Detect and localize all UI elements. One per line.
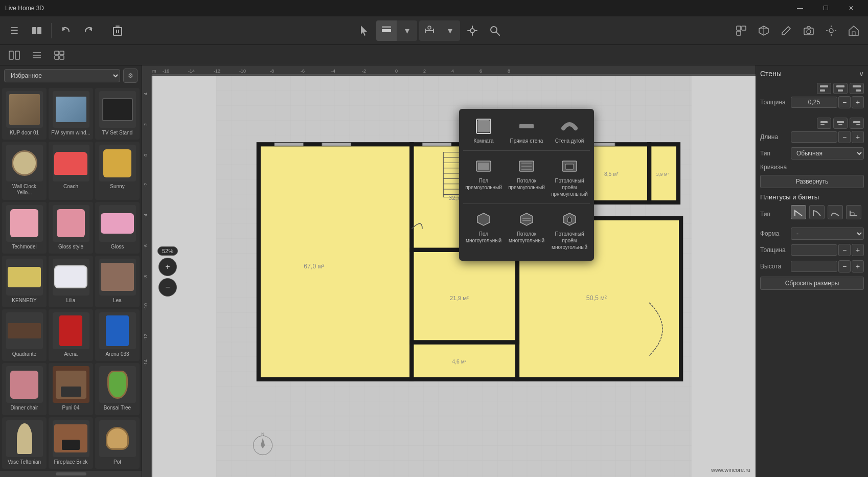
popup-rect-ceiling[interactable]: Потолокпрямоугольный (506, 153, 547, 201)
pointer-tool[interactable] (354, 20, 374, 41)
poly-floor-icon (474, 210, 493, 229)
list-item[interactable]: FW symm wind... (49, 88, 93, 140)
wall-tool[interactable] (376, 20, 397, 41)
length-increase-button[interactable]: + (852, 131, 864, 143)
svg-text:-14: -14 (188, 69, 195, 74)
settings-button[interactable]: ⚙ (123, 69, 138, 83)
list-item[interactable]: Puni 04 (49, 363, 93, 415)
list-item[interactable]: TV Set Stand (95, 88, 140, 140)
canvas-area[interactable]: m -16 -14 -12 -10 -8 -6 -4 -2 0 2 4 6 8 … (142, 65, 756, 477)
list-item[interactable]: Arena (49, 309, 93, 361)
list-item[interactable]: Dinner chair (2, 363, 47, 415)
list-item[interactable]: Fireplace Brick (49, 417, 93, 469)
minimize-button[interactable]: — (788, 0, 812, 16)
svg-text:-8: -8 (143, 275, 148, 279)
list-item[interactable]: Pot (95, 417, 140, 469)
close-button[interactable]: ✕ (839, 0, 863, 16)
baseboard-height-decrease-button[interactable]: − (838, 260, 851, 272)
zoom-in-button[interactable]: + (158, 258, 177, 276)
baseboard-type-2[interactable] (809, 205, 825, 219)
svg-point-17 (491, 27, 497, 33)
popup-rect-floor[interactable]: Полпрямоугольный (463, 153, 504, 201)
baseboard-type-1[interactable] (791, 205, 806, 219)
zoom-out-button[interactable]: − (158, 278, 177, 297)
list-item[interactable]: Coach (49, 142, 93, 199)
maximize-button[interactable]: ☐ (814, 0, 837, 16)
list-item[interactable]: Gloss style (49, 202, 93, 254)
undo-button[interactable] (56, 20, 76, 41)
svg-rect-127 (820, 124, 825, 125)
baseboard-thickness-increase-button[interactable]: + (852, 244, 864, 256)
align-right-button[interactable] (850, 83, 864, 94)
align2-center-button[interactable] (833, 118, 848, 129)
view-list[interactable] (49, 45, 70, 65)
list-item[interactable]: Wall Clock Yello... (2, 142, 47, 199)
search-button[interactable] (485, 20, 505, 41)
list-item[interactable]: KENNEDY (2, 256, 47, 307)
popup-room[interactable]: Комната (463, 113, 504, 148)
sun-tool[interactable] (821, 20, 841, 41)
align-left-button[interactable] (817, 83, 831, 94)
list-item[interactable]: Techmodel (2, 202, 47, 254)
svg-rect-4 (113, 28, 122, 35)
list-item[interactable]: Arena 033 (95, 309, 140, 361)
thickness-input[interactable] (791, 97, 837, 108)
right-panel-chevron[interactable]: ∨ (859, 70, 864, 78)
popup-straight-wall[interactable]: Прямая стена (506, 113, 547, 148)
svg-rect-129 (838, 124, 842, 125)
menu-button[interactable]: ☰ (4, 20, 25, 41)
svg-rect-41 (55, 56, 59, 59)
pan-tool[interactable] (462, 20, 483, 41)
list-item[interactable]: Gloss (95, 202, 140, 254)
library-button[interactable] (27, 20, 47, 41)
floor-plan-container[interactable]: 67,0 м² 32,7 м² 8,2 м² 8,5 м² 3,9 м² 50,… (152, 76, 756, 477)
wall-tool-dropdown[interactable]: ▾ (397, 20, 417, 41)
view-edit[interactable] (27, 45, 47, 65)
list-item[interactable]: Sunny (95, 142, 140, 199)
baseboard-type-4[interactable] (846, 205, 861, 219)
length-input[interactable] (791, 131, 837, 143)
baseboard-thickness-decrease-button[interactable]: − (838, 244, 851, 256)
baseboard-type-3[interactable] (828, 205, 843, 219)
svg-text:0: 0 (395, 69, 398, 74)
list-item[interactable]: Bonsai Tree (95, 363, 140, 415)
length-decrease-button[interactable]: − (838, 131, 851, 143)
list-item[interactable]: Quadrante (2, 309, 47, 361)
svg-rect-71 (259, 144, 412, 379)
view-favorites[interactable] (4, 45, 25, 65)
list-item[interactable]: Lea (95, 256, 140, 307)
camera-tool[interactable] (798, 20, 819, 41)
align2-right-button[interactable] (850, 118, 864, 129)
popup-poly-opening[interactable]: Потолочныйпроёммногоугольный (549, 206, 590, 255)
reset-button[interactable]: Сбросить размеры (760, 277, 864, 290)
popup-poly-floor[interactable]: Полмногоугольный (463, 206, 504, 255)
pencil-tool[interactable] (776, 20, 796, 41)
floorplan-view[interactable] (731, 20, 751, 41)
popup-row-2: Полпрямоугольный Потолокпрямоугольный (463, 153, 590, 201)
delete-button[interactable] (107, 20, 128, 41)
category-select[interactable]: Избранное (4, 69, 120, 82)
popup-poly-ceiling[interactable]: Потолокмногоугольный (506, 206, 547, 255)
align2-left-button[interactable] (817, 118, 831, 129)
measure-tool-dropdown[interactable]: ▾ (440, 20, 460, 41)
popup-rect-opening[interactable]: Потолочныйпроёмпрямоугольный (549, 153, 590, 201)
baseboard-height-input[interactable] (791, 261, 837, 272)
measure-tool[interactable] (419, 20, 440, 41)
redo-button[interactable] (78, 20, 99, 41)
baseboard-form-select[interactable]: - (791, 228, 864, 240)
list-item[interactable]: Vase Teftonian (2, 417, 47, 469)
align-center-button[interactable] (833, 83, 848, 94)
baseboard-thickness-input[interactable] (791, 244, 837, 256)
thickness-increase-button[interactable]: + (852, 96, 864, 108)
thickness-decrease-button[interactable]: − (838, 96, 851, 108)
list-item[interactable]: Lilia (49, 256, 93, 307)
expand-button[interactable]: Развернуть (760, 175, 864, 188)
home-view[interactable] (843, 20, 864, 41)
type-select[interactable]: Обычная (791, 147, 864, 160)
3d-view[interactable] (753, 20, 774, 41)
svg-rect-20 (742, 26, 746, 30)
popup-arc-wall[interactable]: Стена дугой (549, 113, 590, 148)
list-item[interactable]: KUP door 01 (2, 88, 47, 140)
baseboard-height-increase-button[interactable]: + (852, 260, 864, 272)
wall-tool-group: ▾ (376, 20, 417, 41)
